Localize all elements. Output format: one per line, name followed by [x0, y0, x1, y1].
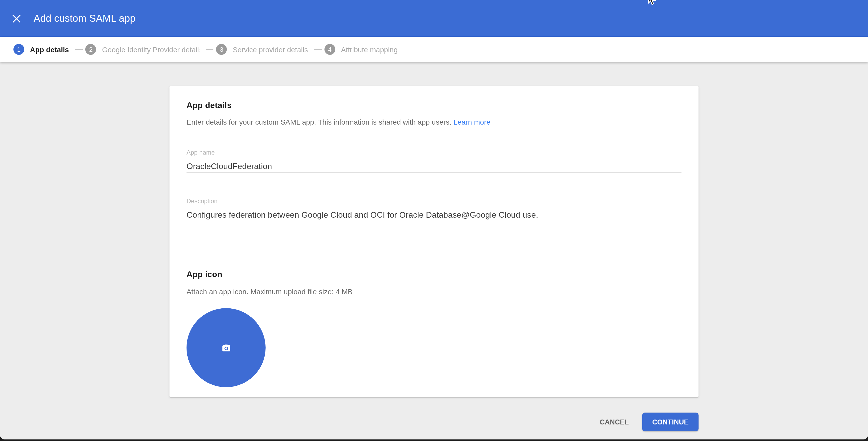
add-custom-saml-app-dialog: Add custom SAML app 1 App details 2 Goog… — [0, 0, 868, 441]
step-4-label: Attribute mapping — [341, 45, 398, 54]
dialog-title: Add custom SAML app — [34, 13, 135, 24]
step-1-circle: 1 — [13, 44, 24, 55]
step-app-details[interactable]: 1 App details — [13, 44, 69, 55]
stepper: 1 App details 2 Google Identity Provider… — [0, 37, 868, 62]
app-icon-upload-button[interactable] — [187, 308, 266, 387]
mouse-cursor — [646, 0, 657, 7]
step-3-circle: 3 — [216, 44, 227, 55]
dialog-surface: Add custom SAML app 1 App details 2 Goog… — [0, 0, 868, 439]
step-divider — [314, 49, 322, 50]
description-label: Description — [187, 198, 681, 205]
step-google-idp-details[interactable]: 2 Google Identity Provider details — [86, 44, 200, 55]
continue-button[interactable]: CONTINUE — [642, 413, 699, 431]
description-input[interactable]: Configures federation between Google Clo… — [187, 210, 681, 221]
dialog-content: App details Enter details for your custo… — [0, 62, 868, 438]
step-2-label: Google Identity Provider details — [102, 45, 200, 54]
step-2-circle: 2 — [86, 44, 96, 55]
app-details-card: App details Enter details for your custo… — [169, 86, 699, 397]
card-title: App details — [187, 101, 681, 110]
learn-more-link[interactable]: Learn more — [454, 118, 490, 126]
step-4-circle: 4 — [324, 44, 335, 55]
app-name-input[interactable]: OracleCloudFederation — [187, 161, 681, 173]
step-3-label: Service provider details — [233, 45, 308, 54]
card-description-text: Enter details for your custom SAML app. … — [187, 118, 452, 126]
step-service-provider-details[interactable]: 3 Service provider details — [216, 44, 308, 55]
card-description: Enter details for your custom SAML app. … — [187, 118, 681, 126]
cancel-button[interactable]: CANCEL — [591, 413, 638, 431]
dialog-header: Add custom SAML app — [0, 0, 868, 37]
step-divider — [206, 49, 214, 50]
step-attribute-mapping[interactable]: 4 Attribute mapping — [324, 44, 398, 55]
step-divider — [75, 49, 83, 50]
close-icon — [12, 14, 21, 23]
dialog-actions: CANCEL CONTINUE — [591, 413, 699, 431]
app-icon-hint: Attach an app icon. Maximum upload file … — [187, 288, 681, 296]
description-field: Description Configures federation betwee… — [187, 198, 681, 221]
close-button[interactable] — [10, 12, 23, 25]
app-name-label: App name — [187, 149, 681, 156]
camera-icon — [221, 343, 231, 353]
step-1-label: App details — [30, 45, 69, 54]
app-icon-title: App icon — [187, 270, 681, 279]
app-name-field: App name OracleCloudFederation — [187, 149, 681, 173]
